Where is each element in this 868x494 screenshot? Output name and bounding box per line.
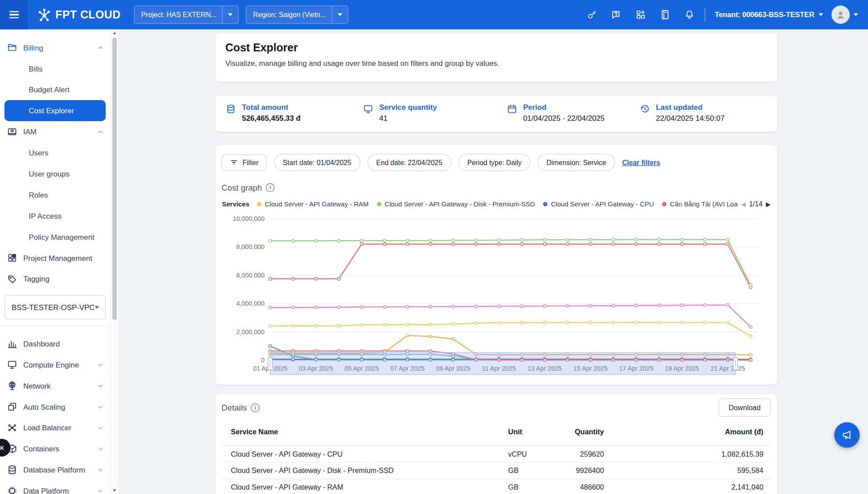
user-guide-icon bbox=[659, 9, 671, 20]
filter-icon bbox=[230, 158, 238, 166]
sidebar-scrollbar[interactable]: ▲ ▼ bbox=[110, 29, 119, 494]
region-dropdown[interactable]: Region: Saigon (Vietn... bbox=[246, 6, 348, 24]
legend-item-c-n-b-ng-t-i-avi-load-balacing[interactable]: Cân Bằng Tải (AVI Load Balacing) bbox=[662, 200, 738, 208]
sidebar-item-compute-engine[interactable]: Compute Engine bbox=[0, 354, 110, 375]
filter-chip-0[interactable]: Start date: 01/04/2025 bbox=[274, 154, 360, 171]
info-icon[interactable]: i bbox=[251, 403, 260, 412]
scrollbar-thumb[interactable] bbox=[112, 38, 116, 320]
sidebar-item-label: Project Management bbox=[23, 254, 92, 262]
sidebar-item-label: Roles bbox=[29, 191, 48, 199]
sidebar-item-containers[interactable]: Containers bbox=[0, 438, 110, 459]
legend-dot bbox=[662, 202, 667, 206]
notification-bell-icon[interactable] bbox=[684, 9, 695, 20]
sidebar-item-database-platform[interactable]: Database Platform bbox=[0, 459, 110, 480]
sidebar-item-auto-scaling[interactable]: Auto Scaling bbox=[0, 396, 110, 417]
sidebar-item-label: Containers bbox=[23, 445, 59, 453]
summary-label: Service quantity bbox=[379, 103, 437, 111]
compute-engine-icon bbox=[7, 359, 18, 370]
chevron-down-icon bbox=[98, 446, 104, 452]
fpt-cloud-logo[interactable]: FPT CLOUD bbox=[37, 7, 120, 22]
legend-item-cloud-server-api-gateway-disk-premium-ssd[interactable]: Cloud Server - API Gateway - Disk - Prem… bbox=[377, 200, 535, 208]
project-dropdown[interactable]: Project: HAS EXTERN... bbox=[134, 6, 239, 24]
sidebar-item-dashboard[interactable]: Dashboard bbox=[0, 333, 110, 354]
sidebar-item-label: Policy Management bbox=[29, 233, 94, 241]
legend-next-icon[interactable]: ▶ bbox=[766, 201, 771, 208]
chevron-up-icon bbox=[98, 129, 104, 135]
support-chat-icon[interactable] bbox=[611, 9, 622, 20]
sidebar-item-user-groups[interactable]: User groups bbox=[0, 163, 110, 184]
auto-scaling-icon bbox=[7, 401, 18, 412]
download-button[interactable]: Download bbox=[719, 398, 770, 417]
summary-period: Period 01/04/2025 - 22/04/2025 bbox=[506, 103, 604, 122]
sidebar-item-load-balancer[interactable]: Load Balancer bbox=[0, 417, 110, 438]
sidebar-item-label: IP Access bbox=[29, 212, 61, 220]
summary-label: Last updated bbox=[656, 103, 724, 111]
top-navbar: FPT CLOUD Project: HAS EXTERN... Region:… bbox=[0, 0, 868, 29]
summary-value: 22/04/2025 14:50:07 bbox=[656, 114, 724, 123]
vpc-selector[interactable]: BSS-TESTER-OSP-VPC bbox=[4, 295, 106, 319]
sidebar-item-budget-alert[interactable]: Budget Alert bbox=[0, 79, 110, 100]
sidebar-item-label: User groups bbox=[29, 169, 70, 178]
key-icon[interactable] bbox=[586, 9, 598, 20]
sidebar-item-cost-explorer[interactable]: Cost Explorer bbox=[4, 100, 106, 121]
announcement-fab[interactable] bbox=[834, 422, 860, 448]
filter-button[interactable]: Filter bbox=[221, 154, 267, 171]
scroll-down-arrow-icon[interactable]: ▼ bbox=[111, 487, 119, 494]
database-icon bbox=[7, 464, 18, 475]
legend-prev-icon[interactable]: ◀ bbox=[741, 201, 746, 208]
support-chat-icon bbox=[611, 9, 622, 20]
sidebar-item-users[interactable]: Users bbox=[0, 142, 110, 163]
page-title: Cost Explorer bbox=[225, 42, 767, 54]
cell-unit: vCPU bbox=[508, 446, 559, 462]
filter-row: Filter Start date: 01/04/2025End date: 2… bbox=[221, 154, 771, 171]
sidebar-item-label: Billing bbox=[23, 43, 43, 52]
sidebar-item-tagging[interactable]: Tagging bbox=[0, 268, 110, 289]
filter-chip-3[interactable]: Dimension: Service bbox=[538, 154, 615, 171]
sidebar-item-data-platform[interactable]: Data Platform bbox=[0, 480, 110, 494]
notification-bell-icon bbox=[684, 9, 695, 20]
svg-text:6,000,000: 6,000,000 bbox=[236, 272, 264, 279]
sidebar-item-billing[interactable]: Billing bbox=[0, 37, 110, 58]
datazoom-overlay bbox=[270, 353, 735, 375]
details-card: Details i Download Service NameUnitQuant… bbox=[215, 394, 777, 494]
summary-card: Total amount 526,465,455.33 đ Service qu… bbox=[215, 96, 777, 132]
table-row: Cloud Server - API Gateway - CPUvCPU2596… bbox=[221, 446, 771, 462]
sidebar-item-roles[interactable]: Roles bbox=[0, 184, 110, 206]
user-icon bbox=[835, 9, 846, 20]
sidebar-item-iam[interactable]: IAM bbox=[0, 121, 110, 142]
legend-page-indicator: 1/14 bbox=[749, 200, 763, 208]
sidebar-item-network[interactable]: Network bbox=[0, 375, 110, 396]
summary-value: 41 bbox=[379, 114, 437, 123]
chevron-down-icon bbox=[228, 13, 232, 16]
sidebar-item-policy-management[interactable]: Policy Management bbox=[0, 226, 110, 247]
page-subtitle: Visualize, manage billing and usage over… bbox=[225, 59, 767, 68]
apps-icon bbox=[635, 9, 647, 20]
key-icon bbox=[586, 9, 598, 20]
user-guide-icon[interactable] bbox=[659, 9, 671, 20]
tenant-dropdown[interactable]: Tenant: 000663-BSS-TESTER bbox=[715, 11, 823, 19]
apps-icon[interactable] bbox=[635, 9, 647, 20]
filter-chip-2[interactable]: Period type: Daily bbox=[459, 154, 531, 171]
sidebar-item-ip-access[interactable]: IP Access bbox=[0, 206, 110, 227]
sidebar-item-bills[interactable]: Bills bbox=[0, 58, 110, 79]
chevron-down-icon bbox=[338, 13, 342, 16]
summary-value: 01/04/2025 - 22/04/2025 bbox=[523, 114, 604, 123]
scroll-up-arrow-icon[interactable]: ▲ bbox=[111, 29, 119, 36]
summary-last-updated: Last updated 22/04/2025 14:50:07 bbox=[640, 103, 725, 122]
clear-filters-link[interactable]: Clear filters bbox=[622, 159, 660, 166]
cost-graph-chart[interactable]: 02,000,0004,000,0006,000,0008,000,00010,… bbox=[221, 210, 773, 376]
chevron-down-icon bbox=[98, 382, 104, 389]
avatar[interactable] bbox=[832, 6, 850, 24]
legend-item-cloud-server-api-gateway-ram[interactable]: Cloud Server - API Gateway - RAM bbox=[257, 200, 369, 208]
info-icon[interactable]: i bbox=[266, 183, 275, 191]
sidebar-item-project-management[interactable]: Project Management bbox=[0, 247, 110, 268]
hamburger-menu-button[interactable] bbox=[0, 0, 28, 29]
column-header-quantity: Quantity bbox=[559, 421, 612, 446]
cell-quantity: 486600 bbox=[559, 479, 612, 494]
filter-chip-1[interactable]: End date: 22/04/2025 bbox=[367, 154, 451, 171]
svg-text:10,000,000: 10,000,000 bbox=[233, 215, 265, 222]
legend-item-cloud-server-api-gateway-cpu[interactable]: Cloud Server - API Gateway - CPU bbox=[543, 200, 654, 208]
legend-pager: ◀ 1/14 ▶ bbox=[741, 200, 770, 208]
legend-dot bbox=[377, 202, 381, 206]
legend-dot bbox=[257, 202, 261, 206]
